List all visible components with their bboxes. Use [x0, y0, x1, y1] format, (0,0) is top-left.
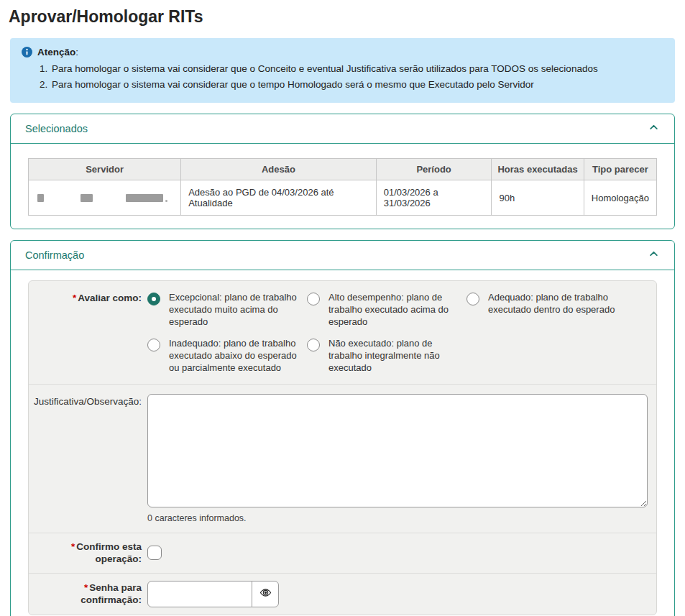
- form-row-avaliar: *Avaliar como: Excepcional: plano de tra…: [29, 281, 656, 384]
- panel-confirmacao: Confirmação *Avaliar como: Excepc: [10, 240, 675, 616]
- panel-selecionados-header[interactable]: Selecionados: [11, 114, 674, 144]
- char-counter: 0 caracteres informados.: [147, 513, 648, 523]
- radio-alto-desempenho[interactable]: [307, 293, 320, 305]
- selected-table: Servidor Adesão Período Horas executadas…: [28, 158, 657, 216]
- toggle-password-button[interactable]: [252, 581, 279, 607]
- eye-icon: [259, 587, 272, 601]
- radio-excepcional[interactable]: [147, 293, 160, 305]
- page-title: Aprovar/Homologar RITs: [9, 7, 675, 27]
- radio-label: Adequado: plano de trabalho executado de…: [488, 292, 619, 316]
- required-mark: *: [73, 293, 76, 303]
- confirmation-form: *Avaliar como: Excepcional: plano de tra…: [28, 280, 657, 615]
- password-input[interactable]: [147, 581, 252, 607]
- col-header-tipo: Tipo parecer: [584, 159, 656, 180]
- panel-selecionados-title: Selecionados: [25, 123, 88, 134]
- table-row: Adesão ao PGD de 04/03/2026 até Atualida…: [29, 180, 657, 216]
- justificativa-textarea[interactable]: [147, 394, 648, 507]
- radio-label: Excepcional: plano de trabalho executado…: [169, 292, 300, 328]
- avaliar-options: Excepcional: plano de trabalho executado…: [147, 290, 626, 374]
- radio-label: Inadequado: plano de trabalho executado …: [169, 338, 300, 374]
- cell-horas: 90h: [492, 180, 584, 216]
- chevron-up-icon[interactable]: [649, 123, 658, 134]
- info-alert: Atenção: Para homologar o sistema vai co…: [10, 38, 675, 103]
- chevron-up-icon[interactable]: [649, 249, 658, 261]
- radio-option-excepcional[interactable]: Excepcional: plano de trabalho executado…: [147, 292, 307, 328]
- alert-item: Para homologar o sistema vai considerar …: [50, 77, 663, 93]
- required-mark: *: [71, 541, 75, 552]
- radio-nao-executado[interactable]: [307, 339, 320, 351]
- radio-option-inadequado[interactable]: Inadequado: plano de trabalho executado …: [147, 338, 307, 374]
- panel-confirmacao-title: Confirmação: [25, 249, 84, 261]
- cell-servidor: [29, 180, 181, 216]
- justificativa-label: Justificativa/Observação:: [29, 394, 147, 523]
- page: Aprovar/Homologar RITs Atenção: Para hom…: [0, 0, 685, 616]
- panel-selecionados-body: Servidor Adesão Período Horas executadas…: [11, 144, 674, 229]
- confirmo-label: *Confirmo esta operação:: [29, 541, 147, 566]
- radio-label: Alto desempenho: plano de trabalho execu…: [328, 292, 459, 328]
- password-group: [147, 581, 279, 607]
- radio-option-adequado[interactable]: Adequado: plano de trabalho executado de…: [466, 292, 626, 328]
- justificativa-field: 0 caracteres informados.: [147, 394, 648, 523]
- panel-confirmacao-body: *Avaliar como: Excepcional: plano de tra…: [11, 270, 674, 616]
- radio-adequado[interactable]: [466, 293, 479, 305]
- radio-option-nao-executado[interactable]: Não executado: plano de trabalho integra…: [307, 338, 466, 374]
- cell-periodo: 01/03/2026 a 31/03/2026: [376, 180, 492, 216]
- form-row-justificativa: Justificativa/Observação: 0 caracteres i…: [29, 385, 656, 533]
- alert-list: Para homologar o sistema vai considerar …: [22, 61, 663, 92]
- redacted-name: [36, 194, 173, 202]
- panel-confirmacao-header[interactable]: Confirmação: [11, 241, 674, 270]
- info-icon: [22, 47, 32, 58]
- col-header-servidor: Servidor: [29, 159, 181, 180]
- form-row-senha: *Senha para confirmação:: [29, 574, 656, 615]
- col-header-adesao: Adesão: [181, 159, 377, 180]
- col-header-periodo: Período: [376, 159, 492, 180]
- alert-title-row: Atenção:: [22, 47, 663, 58]
- radio-label: Não executado: plano de trabalho integra…: [328, 338, 459, 374]
- avaliar-label: *Avaliar como:: [29, 290, 147, 374]
- form-row-confirmo: *Confirmo esta operação:: [29, 533, 656, 574]
- alert-item: Para homologar o sistema vai considerar …: [50, 61, 663, 77]
- table-header-row: Servidor Adesão Período Horas executadas…: [29, 159, 657, 180]
- panel-selecionados: Selecionados Servidor Adesão Período Hor…: [10, 114, 675, 229]
- cell-adesao: Adesão ao PGD de 04/03/2026 até Atualida…: [181, 180, 377, 216]
- alert-title: Atenção:: [37, 47, 78, 58]
- confirmo-checkbox[interactable]: [147, 546, 162, 560]
- col-header-horas: Horas executadas: [492, 159, 584, 180]
- cell-tipo: Homologação: [584, 180, 656, 216]
- required-mark: *: [84, 582, 88, 593]
- radio-option-alto-desempenho[interactable]: Alto desempenho: plano de trabalho execu…: [307, 292, 466, 328]
- senha-label: *Senha para confirmação:: [29, 581, 147, 607]
- radio-inadequado[interactable]: [147, 339, 160, 351]
